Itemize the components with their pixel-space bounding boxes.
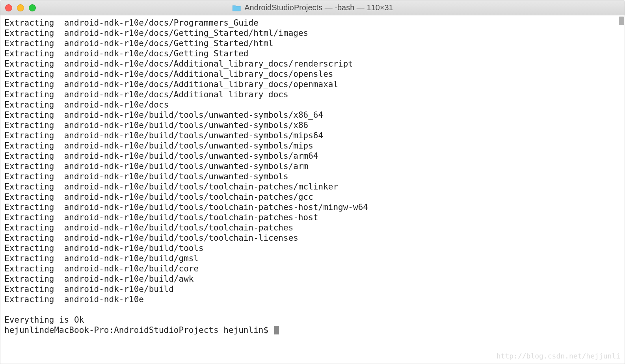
output-line: Extracting android-ndk-r10e/build/tools/… xyxy=(4,110,621,120)
close-button[interactable] xyxy=(5,4,12,11)
blank-line xyxy=(4,305,621,315)
window-title: AndroidStudioProjects — -bash — 110×31 xyxy=(232,3,393,12)
output-line: Extracting android-ndk-r10e/build/tools/… xyxy=(4,223,621,233)
prompt-line[interactable]: hejunlindeMacBook-Pro:AndroidStudioProje… xyxy=(4,325,621,335)
output-line: Extracting android-ndk-r10e/docs/Program… xyxy=(4,18,621,28)
prompt-text: hejunlindeMacBook-Pro:AndroidStudioProje… xyxy=(4,325,273,335)
status-line: Everything is Ok xyxy=(4,315,621,325)
output-line: Extracting android-ndk-r10e/build/tools/… xyxy=(4,151,621,161)
output-line: Extracting android-ndk-r10e/docs/Getting… xyxy=(4,48,621,59)
output-line: Extracting android-ndk-r10e/build/tools/… xyxy=(4,192,621,202)
output-line: Extracting android-ndk-r10e/docs/Getting… xyxy=(4,28,621,38)
output-line: Extracting android-ndk-r10e/build/tools/… xyxy=(4,182,621,192)
maximize-button[interactable] xyxy=(29,4,36,11)
cursor xyxy=(274,326,279,334)
output-line: Extracting android-ndk-r10e xyxy=(4,294,621,305)
output-line: Extracting android-ndk-r10e/build/tools/… xyxy=(4,120,621,130)
output-line: Extracting android-ndk-r10e/build/core xyxy=(4,264,621,274)
output-line: Extracting android-ndk-r10e/build/awk xyxy=(4,274,621,284)
terminal-output[interactable]: Extracting android-ndk-r10e/docs/Program… xyxy=(0,15,625,364)
output-line: Extracting android-ndk-r10e/docs/Getting… xyxy=(4,38,621,48)
output-line: Extracting android-ndk-r10e/build/tools/… xyxy=(4,202,621,212)
output-line: Extracting android-ndk-r10e/build/tools/… xyxy=(4,161,621,171)
output-line: Extracting android-ndk-r10e/build/tools xyxy=(4,243,621,253)
traffic-lights xyxy=(5,4,36,11)
terminal-window: AndroidStudioProjects — -bash — 110×31 E… xyxy=(0,0,625,364)
output-line: Extracting android-ndk-r10e/docs/Additio… xyxy=(4,79,621,89)
output-line: Extracting android-ndk-r10e/docs xyxy=(4,100,621,110)
scrollbar-thumb[interactable] xyxy=(619,17,624,25)
output-line: Extracting android-ndk-r10e/build/tools/… xyxy=(4,233,621,243)
output-line: Extracting android-ndk-r10e/docs/Additio… xyxy=(4,89,621,100)
output-line: Extracting android-ndk-r10e/build/tools/… xyxy=(4,141,621,151)
output-line: Extracting android-ndk-r10e/build/tools/… xyxy=(4,171,621,182)
minimize-button[interactable] xyxy=(17,4,24,11)
output-line: Extracting android-ndk-r10e/build/gmsl xyxy=(4,253,621,264)
output-line: Extracting android-ndk-r10e/build xyxy=(4,284,621,294)
output-line: Extracting android-ndk-r10e/build/tools/… xyxy=(4,130,621,141)
output-line: Extracting android-ndk-r10e/build/tools/… xyxy=(4,212,621,223)
folder-icon xyxy=(232,4,241,12)
window-title-text: AndroidStudioProjects — -bash — 110×31 xyxy=(244,3,393,12)
output-line: Extracting android-ndk-r10e/docs/Additio… xyxy=(4,59,621,69)
window-titlebar: AndroidStudioProjects — -bash — 110×31 xyxy=(0,0,625,15)
output-line: Extracting android-ndk-r10e/docs/Additio… xyxy=(4,69,621,79)
